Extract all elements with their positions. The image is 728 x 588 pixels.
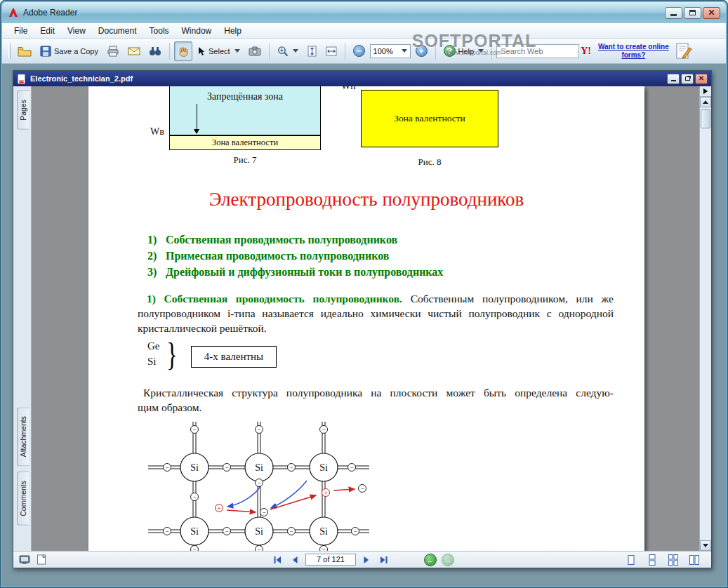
email-button[interactable] (124, 41, 144, 61)
element-ge-label: Ge (147, 340, 160, 352)
brace-glyph: } (166, 336, 177, 373)
zoom-tool-button[interactable] (274, 41, 302, 61)
zoom-in-button[interactable]: + (412, 41, 431, 61)
adobe-reader-window: Adobe Reader ✕ File Edit View Document T… (0, 0, 728, 588)
continuous-layout-button[interactable] (645, 554, 659, 566)
document-close-button[interactable]: ✕ (695, 74, 708, 84)
adobe-logo-icon (8, 7, 19, 18)
document-minimize-button[interactable] (667, 74, 680, 84)
print-button[interactable] (103, 41, 123, 61)
scrollbar-track[interactable] (700, 107, 711, 540)
fit-width-button[interactable] (322, 41, 340, 61)
paragraph-lead: 1) Собственная проводимость полупроводни… (147, 293, 402, 305)
tab-pages[interactable]: Pages (17, 91, 29, 130)
menu-item-view[interactable]: View (61, 24, 92, 38)
document-body: Pages Attachments Comments Запрещённая з… (13, 86, 711, 551)
zoom-level-combo[interactable]: 100% (370, 44, 411, 58)
scrollbar-down-button[interactable] (700, 540, 711, 551)
open-button[interactable] (14, 41, 35, 61)
page-navigation: 7 of 121 (272, 554, 390, 566)
toolbar: Save a Copy Select (2, 39, 726, 64)
search-web-input[interactable] (496, 44, 579, 58)
search-button[interactable] (145, 41, 165, 61)
toolbar-separator (169, 43, 170, 60)
facing-layout-button[interactable] (687, 554, 701, 566)
mdi-area: Electronic_technician_2.pdf ✕ Pages Atta… (2, 64, 726, 586)
window-title: Adobe Reader (23, 8, 665, 18)
maximize-button[interactable] (684, 7, 701, 19)
menu-item-help[interactable]: Help (218, 24, 248, 38)
howto-pane-expand-button[interactable] (700, 86, 711, 97)
outline-item-text: Примесная проводимость полупроводников (166, 250, 390, 266)
hand-tool-button[interactable] (174, 41, 192, 61)
document-restore-button[interactable] (681, 74, 694, 84)
create-forms-link-line2: forms? (621, 51, 645, 59)
paragraph-line: щим образом. (138, 400, 614, 415)
monitor-icon (19, 555, 30, 565)
continuous-facing-layout-button[interactable] (666, 554, 680, 566)
pdf-document-window: Electronic_technician_2.pdf ✕ Pages Atta… (13, 70, 712, 568)
tab-comments[interactable]: Comments (17, 472, 29, 526)
floppy-disk-icon (40, 46, 51, 57)
zoom-out-button[interactable]: − (350, 41, 369, 61)
next-page-icon (362, 556, 371, 564)
snapshot-button[interactable] (245, 41, 265, 61)
camera-icon (249, 46, 261, 56)
facing-pages-icon (689, 554, 700, 566)
pdf-file-icon (17, 74, 27, 84)
minimize-button[interactable] (665, 7, 682, 19)
next-view-button[interactable]: → (442, 554, 454, 566)
valence-box: 4-х валентны (191, 346, 277, 368)
menu-item-document[interactable]: Document (92, 24, 143, 38)
svg-text:−: − (225, 528, 228, 535)
help-button[interactable]: ? Help (440, 41, 488, 61)
close-button[interactable]: ✕ (703, 7, 720, 19)
chevron-down-icon (478, 49, 484, 53)
menu-item-file[interactable]: File (8, 24, 34, 38)
save-a-copy-button[interactable]: Save a Copy (37, 41, 102, 61)
open-folder-icon (18, 46, 32, 57)
paragraph-line: Кристаллическая структура полупроводника… (138, 385, 614, 400)
crystal-lattice-diagram: SiSiSiSiSiSi−−−−−−−−−−−−−−−−−−++ (88, 416, 418, 551)
zoom-out-icon: − (353, 45, 365, 57)
svg-text:Si: Si (319, 526, 328, 537)
single-page-layout-button[interactable] (624, 554, 638, 566)
svg-text:−: − (257, 546, 260, 551)
svg-text:Si: Si (190, 462, 199, 473)
page-icon (37, 554, 46, 565)
first-page-icon (273, 556, 283, 564)
fig8-caption: Рис. 8 (361, 156, 498, 168)
page-size-button[interactable] (34, 554, 48, 566)
svg-text:−: − (289, 528, 293, 535)
previous-page-button[interactable] (289, 554, 301, 566)
select-tool-button[interactable]: Select (194, 41, 244, 61)
last-page-button[interactable] (377, 554, 390, 566)
scrollbar-thumb[interactable] (701, 109, 710, 128)
tab-attachments[interactable]: Attachments (17, 407, 29, 466)
toolbar-grip (8, 44, 11, 59)
svg-text:Si: Si (255, 462, 263, 473)
toolbar-separator (435, 43, 436, 60)
svg-text:−: − (289, 464, 293, 471)
fig8-wn-label: Wп (341, 86, 356, 92)
document-canvas[interactable]: Запрещённая зона Зона валентности Wв Рис… (32, 86, 699, 551)
page-indicator[interactable]: 7 of 121 (305, 554, 356, 566)
next-page-button[interactable] (360, 554, 373, 566)
scrollbar-up-button[interactable] (700, 97, 711, 107)
actual-size-button[interactable] (303, 41, 321, 61)
fit-width-icon (326, 46, 337, 57)
continuous-facing-icon (668, 554, 679, 566)
menu-item-window[interactable]: Window (176, 24, 218, 38)
menu-item-edit[interactable]: Edit (34, 24, 61, 38)
menu-item-tools[interactable]: Tools (143, 24, 176, 38)
last-page-icon (378, 556, 388, 564)
page-view-mode-button[interactable] (18, 554, 32, 566)
previous-page-icon (291, 556, 299, 564)
single-page-icon (626, 554, 637, 566)
toolbar-separator (491, 43, 492, 60)
page-title: Электропроводность полупроводников (88, 189, 644, 211)
create-forms-link[interactable]: Want to create online forms? (598, 43, 669, 60)
previous-view-button[interactable]: ← (424, 554, 437, 566)
first-page-button[interactable] (272, 554, 284, 566)
fig7-forbidden-zone-box: Запрещённая зона (169, 86, 321, 135)
